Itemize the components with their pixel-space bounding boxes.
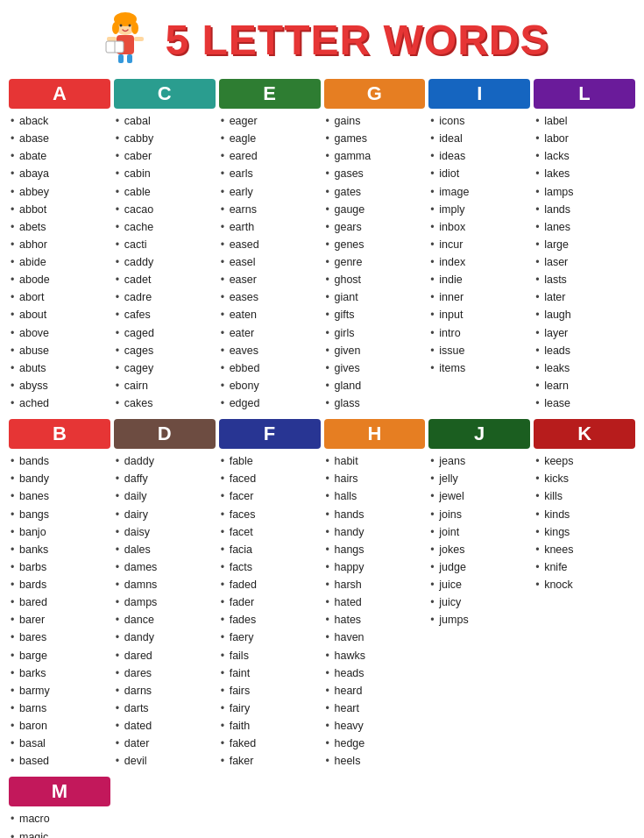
list-item: ebbed bbox=[219, 359, 321, 377]
list-item: faker bbox=[219, 752, 321, 770]
svg-rect-12 bbox=[127, 54, 132, 63]
list-item: about bbox=[9, 306, 110, 323]
list-item: labor bbox=[534, 130, 635, 147]
column-m: Mmacromagicmajormakermakesmalesmaplemarc… bbox=[7, 777, 112, 838]
list-item: eases bbox=[219, 288, 321, 306]
list-item: incur bbox=[428, 236, 530, 253]
column-g: Ggainsgamesgammagasesgatesgaugegearsgene… bbox=[322, 79, 428, 419]
word-list-k: keepskickskillskindskingskneesknifeknock bbox=[534, 452, 635, 593]
svg-rect-11 bbox=[118, 54, 124, 63]
list-item: cacao bbox=[114, 201, 216, 218]
letter-badge-c: C bbox=[114, 79, 216, 109]
list-item: jelly bbox=[428, 470, 530, 487]
word-columns-grid: Aabackabaseabateabayaabbeyabbotabetsabho… bbox=[0, 75, 644, 838]
list-item: cadet bbox=[114, 271, 216, 288]
list-item: idiot bbox=[428, 165, 530, 182]
list-item: daisy bbox=[114, 523, 216, 541]
list-item: dames bbox=[114, 558, 216, 576]
list-item: hands bbox=[324, 506, 426, 523]
letter-badge-d: D bbox=[114, 419, 216, 449]
list-item: daily bbox=[114, 487, 216, 505]
list-item: easer bbox=[219, 271, 321, 288]
list-item: judge bbox=[428, 558, 530, 576]
list-item: ghost bbox=[324, 271, 426, 288]
list-item: dairy bbox=[114, 506, 216, 523]
list-item: issue bbox=[428, 342, 530, 359]
list-item: jumps bbox=[428, 611, 530, 628]
page-header: 5 LETTER WORDS bbox=[0, 0, 644, 75]
list-item: cafes bbox=[114, 306, 216, 323]
list-item: indie bbox=[428, 271, 530, 288]
list-item: abaya bbox=[9, 165, 110, 182]
list-item: dated bbox=[114, 717, 216, 735]
list-item: image bbox=[428, 183, 530, 201]
list-item: abuse bbox=[9, 342, 110, 359]
column-h: Hhabithairshallshandshandyhangshappyhars… bbox=[322, 419, 428, 777]
list-item: faces bbox=[219, 506, 321, 523]
list-item: handy bbox=[324, 523, 426, 541]
list-item: damns bbox=[114, 576, 216, 593]
list-item: darns bbox=[114, 682, 216, 700]
svg-point-3 bbox=[131, 22, 138, 34]
list-item: faded bbox=[219, 576, 321, 593]
list-item: faked bbox=[219, 735, 321, 752]
list-item: caber bbox=[114, 147, 216, 165]
list-item: glass bbox=[324, 394, 426, 412]
list-item: banjo bbox=[9, 523, 110, 541]
list-item: heart bbox=[324, 700, 426, 717]
list-item: heard bbox=[324, 682, 426, 700]
list-item: gears bbox=[324, 218, 426, 236]
column-k: Kkeepskickskillskindskingskneesknifeknoc… bbox=[532, 419, 637, 777]
list-item: lakes bbox=[534, 165, 635, 182]
list-item: index bbox=[428, 253, 530, 271]
letter-badge-h: H bbox=[324, 419, 426, 449]
list-item: lasts bbox=[534, 271, 635, 288]
list-item: abbey bbox=[9, 183, 110, 201]
list-item: knife bbox=[534, 558, 635, 576]
word-list-c: cabalcabbycabercabincablecacaocachecacti… bbox=[114, 112, 216, 412]
column-c: Ccabalcabbycabercabincablecacaocachecact… bbox=[112, 79, 217, 419]
list-item: leaks bbox=[534, 359, 635, 377]
list-item: heavy bbox=[324, 717, 426, 735]
list-item: hedge bbox=[324, 735, 426, 752]
list-item: caged bbox=[114, 324, 216, 342]
list-item: gives bbox=[324, 359, 426, 377]
word-list-l: labellaborlackslakeslampslandslaneslarge… bbox=[534, 112, 635, 412]
list-item: cabal bbox=[114, 112, 216, 130]
list-item: abbot bbox=[9, 201, 110, 218]
list-item: abuts bbox=[9, 359, 110, 377]
list-item: bands bbox=[9, 452, 110, 470]
list-item: banes bbox=[9, 487, 110, 505]
list-item: dandy bbox=[114, 628, 216, 646]
list-item: giant bbox=[324, 288, 426, 306]
list-item: barmy bbox=[9, 682, 110, 700]
list-item: facer bbox=[219, 487, 321, 505]
list-item: learn bbox=[534, 377, 635, 394]
list-item: hated bbox=[324, 593, 426, 611]
list-item: dance bbox=[114, 611, 216, 628]
list-item: bared bbox=[9, 593, 110, 611]
column-e: Eeagereagleearedearlsearlyearnsearthease… bbox=[217, 79, 322, 419]
list-item: barge bbox=[9, 647, 110, 664]
list-item: abate bbox=[9, 147, 110, 165]
list-item: fable bbox=[219, 452, 321, 470]
list-item: above bbox=[9, 324, 110, 342]
list-item: faith bbox=[219, 717, 321, 735]
list-item: girls bbox=[324, 324, 426, 342]
svg-rect-8 bbox=[134, 37, 144, 41]
list-item: cabby bbox=[114, 130, 216, 147]
page-title: 5 LETTER WORDS bbox=[165, 16, 548, 64]
list-item: barbs bbox=[9, 558, 110, 576]
list-item: knees bbox=[534, 541, 635, 558]
list-item: lease bbox=[534, 394, 635, 412]
list-item: macro bbox=[9, 810, 110, 827]
list-item: keeps bbox=[534, 452, 635, 470]
list-item: abode bbox=[9, 271, 110, 288]
list-item: fails bbox=[219, 647, 321, 664]
list-item: ideas bbox=[428, 147, 530, 165]
list-item: daffy bbox=[114, 470, 216, 487]
list-item: games bbox=[324, 130, 426, 147]
word-list-m: macromagicmajormakermakesmalesmaplemarch… bbox=[9, 810, 110, 838]
list-item: gland bbox=[324, 377, 426, 394]
list-item: dared bbox=[114, 647, 216, 664]
